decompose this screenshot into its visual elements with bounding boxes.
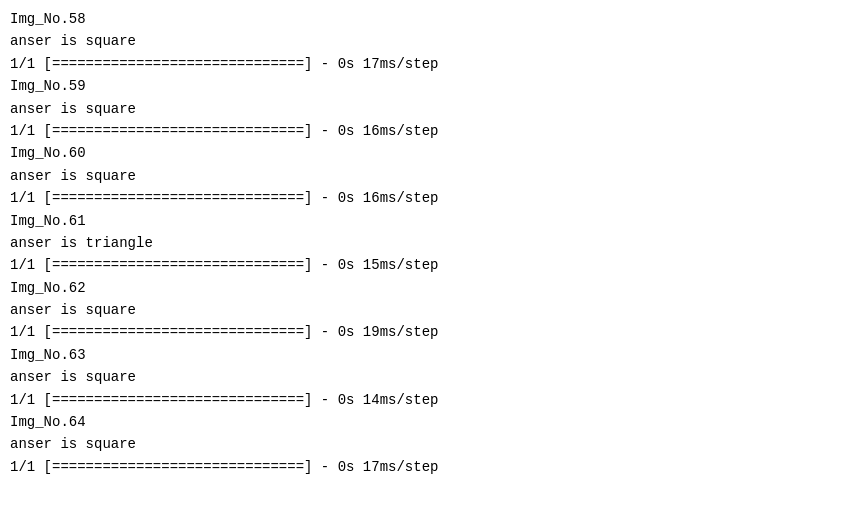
answer-line: anser is square (10, 165, 851, 187)
log-container: Img_No.58anser is square1/1 [===========… (10, 8, 851, 478)
progress-line: 1/1 [==============================] - 0… (10, 254, 851, 276)
progress-line: 1/1 [==============================] - 0… (10, 456, 851, 478)
progress-line: 1/1 [==============================] - 0… (10, 321, 851, 343)
img-label: Img_No.61 (10, 210, 851, 232)
img-label: Img_No.59 (10, 75, 851, 97)
img-label: Img_No.62 (10, 277, 851, 299)
answer-line: anser is square (10, 299, 851, 321)
progress-line: 1/1 [==============================] - 0… (10, 120, 851, 142)
progress-line: 1/1 [==============================] - 0… (10, 53, 851, 75)
img-label: Img_No.60 (10, 142, 851, 164)
answer-line: anser is square (10, 366, 851, 388)
answer-line: anser is square (10, 98, 851, 120)
answer-line: anser is square (10, 433, 851, 455)
progress-line: 1/1 [==============================] - 0… (10, 187, 851, 209)
answer-line: anser is triangle (10, 232, 851, 254)
img-label: Img_No.63 (10, 344, 851, 366)
answer-line: anser is square (10, 30, 851, 52)
img-label: Img_No.58 (10, 8, 851, 30)
img-label: Img_No.64 (10, 411, 851, 433)
progress-line: 1/1 [==============================] - 0… (10, 389, 851, 411)
